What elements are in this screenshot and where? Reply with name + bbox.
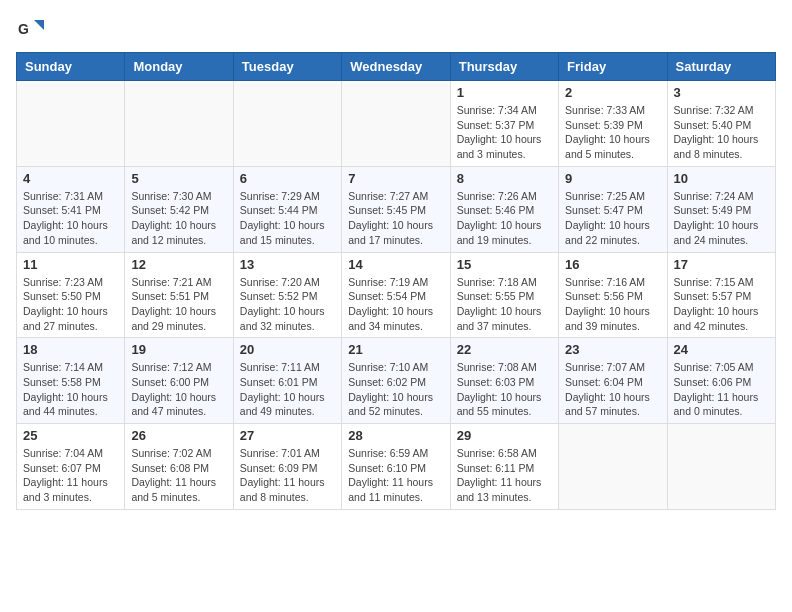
day-number: 16 <box>565 257 660 272</box>
day-number: 1 <box>457 85 552 100</box>
calendar-cell: 18Sunrise: 7:14 AM Sunset: 5:58 PM Dayli… <box>17 338 125 424</box>
day-number: 12 <box>131 257 226 272</box>
calendar-cell: 20Sunrise: 7:11 AM Sunset: 6:01 PM Dayli… <box>233 338 341 424</box>
column-header-monday: Monday <box>125 53 233 81</box>
calendar-cell: 29Sunrise: 6:58 AM Sunset: 6:11 PM Dayli… <box>450 424 558 510</box>
calendar-cell: 28Sunrise: 6:59 AM Sunset: 6:10 PM Dayli… <box>342 424 450 510</box>
day-info: Sunrise: 7:25 AM Sunset: 5:47 PM Dayligh… <box>565 189 660 248</box>
day-number: 10 <box>674 171 769 186</box>
calendar-cell: 21Sunrise: 7:10 AM Sunset: 6:02 PM Dayli… <box>342 338 450 424</box>
calendar-cell: 8Sunrise: 7:26 AM Sunset: 5:46 PM Daylig… <box>450 166 558 252</box>
day-info: Sunrise: 7:20 AM Sunset: 5:52 PM Dayligh… <box>240 275 335 334</box>
day-info: Sunrise: 7:30 AM Sunset: 5:42 PM Dayligh… <box>131 189 226 248</box>
column-header-friday: Friday <box>559 53 667 81</box>
day-info: Sunrise: 7:15 AM Sunset: 5:57 PM Dayligh… <box>674 275 769 334</box>
logo-icon: G <box>16 16 44 44</box>
day-info: Sunrise: 7:33 AM Sunset: 5:39 PM Dayligh… <box>565 103 660 162</box>
calendar-week-1: 1Sunrise: 7:34 AM Sunset: 5:37 PM Daylig… <box>17 81 776 167</box>
day-number: 11 <box>23 257 118 272</box>
day-number: 9 <box>565 171 660 186</box>
calendar-week-2: 4Sunrise: 7:31 AM Sunset: 5:41 PM Daylig… <box>17 166 776 252</box>
day-number: 23 <box>565 342 660 357</box>
day-info: Sunrise: 6:59 AM Sunset: 6:10 PM Dayligh… <box>348 446 443 505</box>
day-number: 8 <box>457 171 552 186</box>
calendar-cell: 4Sunrise: 7:31 AM Sunset: 5:41 PM Daylig… <box>17 166 125 252</box>
day-info: Sunrise: 7:02 AM Sunset: 6:08 PM Dayligh… <box>131 446 226 505</box>
calendar-cell: 6Sunrise: 7:29 AM Sunset: 5:44 PM Daylig… <box>233 166 341 252</box>
day-number: 3 <box>674 85 769 100</box>
svg-text:G: G <box>18 21 29 37</box>
day-info: Sunrise: 7:08 AM Sunset: 6:03 PM Dayligh… <box>457 360 552 419</box>
day-number: 22 <box>457 342 552 357</box>
day-number: 28 <box>348 428 443 443</box>
calendar-week-5: 25Sunrise: 7:04 AM Sunset: 6:07 PM Dayli… <box>17 424 776 510</box>
column-header-tuesday: Tuesday <box>233 53 341 81</box>
day-info: Sunrise: 7:14 AM Sunset: 5:58 PM Dayligh… <box>23 360 118 419</box>
day-info: Sunrise: 7:31 AM Sunset: 5:41 PM Dayligh… <box>23 189 118 248</box>
day-number: 19 <box>131 342 226 357</box>
calendar-header: SundayMondayTuesdayWednesdayThursdayFrid… <box>17 53 776 81</box>
day-number: 2 <box>565 85 660 100</box>
calendar-cell <box>342 81 450 167</box>
day-number: 4 <box>23 171 118 186</box>
calendar-cell <box>233 81 341 167</box>
calendar-cell: 12Sunrise: 7:21 AM Sunset: 5:51 PM Dayli… <box>125 252 233 338</box>
calendar-cell: 25Sunrise: 7:04 AM Sunset: 6:07 PM Dayli… <box>17 424 125 510</box>
column-header-wednesday: Wednesday <box>342 53 450 81</box>
day-info: Sunrise: 7:29 AM Sunset: 5:44 PM Dayligh… <box>240 189 335 248</box>
day-info: Sunrise: 7:23 AM Sunset: 5:50 PM Dayligh… <box>23 275 118 334</box>
calendar-cell: 14Sunrise: 7:19 AM Sunset: 5:54 PM Dayli… <box>342 252 450 338</box>
svg-marker-1 <box>34 20 44 30</box>
calendar-cell <box>125 81 233 167</box>
calendar-cell: 15Sunrise: 7:18 AM Sunset: 5:55 PM Dayli… <box>450 252 558 338</box>
day-info: Sunrise: 7:19 AM Sunset: 5:54 PM Dayligh… <box>348 275 443 334</box>
calendar-cell: 1Sunrise: 7:34 AM Sunset: 5:37 PM Daylig… <box>450 81 558 167</box>
calendar-cell: 16Sunrise: 7:16 AM Sunset: 5:56 PM Dayli… <box>559 252 667 338</box>
day-number: 13 <box>240 257 335 272</box>
calendar-cell: 23Sunrise: 7:07 AM Sunset: 6:04 PM Dayli… <box>559 338 667 424</box>
calendar-cell: 2Sunrise: 7:33 AM Sunset: 5:39 PM Daylig… <box>559 81 667 167</box>
calendar-cell: 26Sunrise: 7:02 AM Sunset: 6:08 PM Dayli… <box>125 424 233 510</box>
calendar-cell <box>559 424 667 510</box>
day-info: Sunrise: 7:16 AM Sunset: 5:56 PM Dayligh… <box>565 275 660 334</box>
day-number: 6 <box>240 171 335 186</box>
day-info: Sunrise: 7:21 AM Sunset: 5:51 PM Dayligh… <box>131 275 226 334</box>
calendar-cell: 11Sunrise: 7:23 AM Sunset: 5:50 PM Dayli… <box>17 252 125 338</box>
day-number: 17 <box>674 257 769 272</box>
day-info: Sunrise: 7:05 AM Sunset: 6:06 PM Dayligh… <box>674 360 769 419</box>
day-number: 27 <box>240 428 335 443</box>
logo: G <box>16 16 48 44</box>
day-info: Sunrise: 7:04 AM Sunset: 6:07 PM Dayligh… <box>23 446 118 505</box>
calendar-cell: 27Sunrise: 7:01 AM Sunset: 6:09 PM Dayli… <box>233 424 341 510</box>
day-number: 14 <box>348 257 443 272</box>
day-info: Sunrise: 6:58 AM Sunset: 6:11 PM Dayligh… <box>457 446 552 505</box>
day-number: 25 <box>23 428 118 443</box>
calendar-week-3: 11Sunrise: 7:23 AM Sunset: 5:50 PM Dayli… <box>17 252 776 338</box>
day-info: Sunrise: 7:18 AM Sunset: 5:55 PM Dayligh… <box>457 275 552 334</box>
day-number: 21 <box>348 342 443 357</box>
calendar-cell <box>17 81 125 167</box>
day-info: Sunrise: 7:11 AM Sunset: 6:01 PM Dayligh… <box>240 360 335 419</box>
calendar-cell: 19Sunrise: 7:12 AM Sunset: 6:00 PM Dayli… <box>125 338 233 424</box>
day-info: Sunrise: 7:24 AM Sunset: 5:49 PM Dayligh… <box>674 189 769 248</box>
day-number: 20 <box>240 342 335 357</box>
calendar-cell <box>667 424 775 510</box>
calendar-week-4: 18Sunrise: 7:14 AM Sunset: 5:58 PM Dayli… <box>17 338 776 424</box>
page-header: G <box>16 16 776 44</box>
day-number: 29 <box>457 428 552 443</box>
day-info: Sunrise: 7:32 AM Sunset: 5:40 PM Dayligh… <box>674 103 769 162</box>
day-number: 26 <box>131 428 226 443</box>
column-header-saturday: Saturday <box>667 53 775 81</box>
day-info: Sunrise: 7:27 AM Sunset: 5:45 PM Dayligh… <box>348 189 443 248</box>
calendar-cell: 10Sunrise: 7:24 AM Sunset: 5:49 PM Dayli… <box>667 166 775 252</box>
day-number: 24 <box>674 342 769 357</box>
day-info: Sunrise: 7:12 AM Sunset: 6:00 PM Dayligh… <box>131 360 226 419</box>
day-info: Sunrise: 7:07 AM Sunset: 6:04 PM Dayligh… <box>565 360 660 419</box>
day-info: Sunrise: 7:10 AM Sunset: 6:02 PM Dayligh… <box>348 360 443 419</box>
calendar-cell: 17Sunrise: 7:15 AM Sunset: 5:57 PM Dayli… <box>667 252 775 338</box>
calendar-cell: 22Sunrise: 7:08 AM Sunset: 6:03 PM Dayli… <box>450 338 558 424</box>
calendar-cell: 5Sunrise: 7:30 AM Sunset: 5:42 PM Daylig… <box>125 166 233 252</box>
day-number: 15 <box>457 257 552 272</box>
day-number: 18 <box>23 342 118 357</box>
column-header-thursday: Thursday <box>450 53 558 81</box>
